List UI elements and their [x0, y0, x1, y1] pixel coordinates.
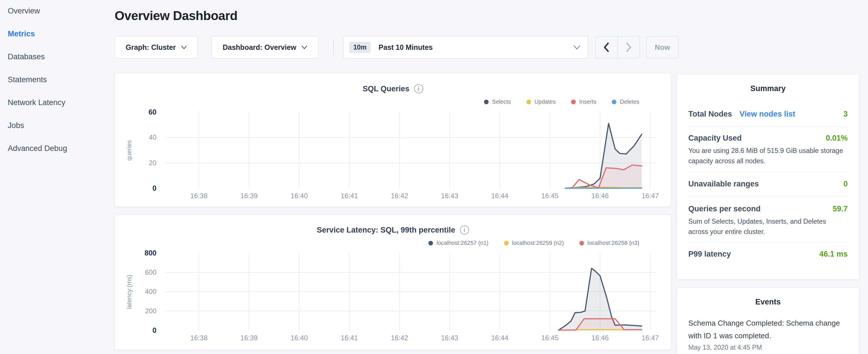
x-tick-label: 16:40 — [282, 334, 316, 342]
x-tick-label: 16:45 — [533, 334, 567, 342]
y-tick-label: 40 — [131, 133, 156, 141]
sql-queries-chart-card: SQL Queries i Selects Updates Inserts De… — [115, 73, 671, 207]
sidebar-item-overview[interactable]: Overview — [8, 6, 111, 16]
x-tick-label: 16:47 — [633, 334, 668, 342]
sql-queries-chart-title: SQL Queries — [363, 85, 409, 93]
sidebar-item-statements[interactable]: Statements — [8, 75, 111, 85]
time-forward-button[interactable] — [618, 36, 640, 58]
summary-label: Queries per second — [688, 204, 761, 213]
summary-label: Total Nodes — [688, 110, 732, 119]
legend-dot — [612, 100, 616, 104]
cockroachdb-admin-ui: { "sidebar": { "items": [ { "label": "Ov… — [0, 0, 868, 354]
event-list-item[interactable]: Schema Change Completed: Schema change w… — [688, 317, 848, 351]
x-tick-label: 16:39 — [232, 334, 266, 342]
y-tick-label: 200 — [131, 307, 156, 315]
time-range-badge: 10m — [349, 42, 371, 53]
x-tick-label: 16:41 — [332, 192, 367, 200]
summary-panel: Summary Total Nodes View nodes list 3 Ca… — [677, 74, 859, 280]
x-tick-label: 16:44 — [483, 192, 517, 200]
y-axis-title: queries — [125, 119, 133, 182]
time-range-label: Past 10 Minutes — [378, 43, 433, 52]
y-tick-label: 600 — [131, 268, 156, 277]
graph-scope-dropdown[interactable]: Graph: Cluster — [115, 36, 198, 58]
x-tick-label: 16:43 — [432, 192, 467, 200]
x-tick-label: 16:38 — [182, 334, 216, 342]
chart-title-row: SQL Queries i — [115, 84, 671, 93]
chart-title-row: Service Latency: SQL, 99th percentile i — [115, 225, 671, 234]
legend-item-updates[interactable]: Updates — [526, 99, 556, 105]
y-tick-label: 0 — [131, 184, 156, 192]
summary-description: Sum of Selects, Updates, Inserts, and De… — [688, 216, 848, 237]
legend-dot — [484, 100, 489, 104]
event-message: Schema Change Completed: Schema change w… — [688, 317, 844, 342]
summary-value: 0.01% — [826, 134, 848, 142]
x-tick-label: 16:42 — [382, 334, 417, 342]
legend-item-selects[interactable]: Selects — [484, 99, 511, 105]
legend-dot — [504, 241, 509, 246]
chevron-down-icon — [181, 45, 187, 49]
now-button[interactable]: Now — [646, 36, 679, 58]
service-latency-chart-plot — [161, 250, 659, 332]
summary-title: Summary — [688, 84, 848, 93]
chevron-down-icon — [574, 45, 580, 50]
y-axis-title: latency (ms) — [125, 260, 133, 323]
service-latency-legend: localhost:26257 (n1) localhost:26259 (n2… — [428, 240, 639, 246]
events-title: Events — [688, 297, 848, 307]
x-tick-label: 16:40 — [282, 192, 316, 200]
x-tick-label: 16:43 — [432, 334, 467, 342]
legend-item-inserts[interactable]: Inserts — [571, 99, 596, 105]
legend-dot — [428, 241, 433, 246]
dashboard-dropdown[interactable]: Dashboard: Overview — [212, 36, 318, 58]
y-tick-label: 0 — [131, 326, 156, 334]
legend-item-n3[interactable]: localhost:26258 (n3) — [580, 240, 639, 246]
sidebar: Overview Metrics Databases Statements Ne… — [8, 6, 111, 166]
legend-item-n1[interactable]: localhost:26257 (n1) — [428, 240, 488, 246]
service-latency-chart-title: Service Latency: SQL, 99th percentile — [317, 226, 455, 234]
toolbar-divider — [333, 39, 334, 56]
legend-dot — [571, 100, 576, 104]
time-range-dropdown[interactable]: 10m Past 10 Minutes — [343, 36, 588, 58]
toolbar: Graph: Cluster Dashboard: Overview 10m P… — [0, 36, 868, 58]
summary-label: Capacity Used — [688, 134, 742, 142]
chevron-left-icon — [603, 42, 610, 52]
x-tick-label: 16:42 — [382, 192, 417, 200]
x-tick-label: 16:47 — [633, 192, 668, 200]
sidebar-item-jobs[interactable]: Jobs — [8, 121, 111, 130]
x-tick-label: 16:38 — [182, 192, 216, 200]
summary-value: 46.1 ms — [819, 250, 848, 259]
time-back-button[interactable] — [595, 36, 618, 58]
summary-row-total-nodes: Total Nodes View nodes list 3 — [688, 110, 848, 127]
x-tick-label: 16:41 — [332, 334, 367, 342]
summary-row-capacity-used: Capacity Used 0.01% You are using 28.6 M… — [688, 127, 848, 172]
summary-value: 3 — [843, 110, 848, 119]
summary-row-queries-per-second: Queries per second 59.7 Sum of Selects, … — [688, 196, 848, 242]
sidebar-item-advanced-debug[interactable]: Advanced Debug — [8, 143, 111, 153]
summary-description: You are using 28.6 MiB of 515.9 GiB usab… — [688, 146, 848, 166]
time-step-buttons — [595, 36, 640, 58]
summary-label: P99 latency — [688, 250, 731, 259]
summary-value: 0 — [843, 180, 848, 189]
dashboard-dropdown-label: Dashboard: Overview — [223, 43, 296, 52]
page-title: Overview Dashboard — [115, 9, 238, 23]
summary-row-p99-latency: P99 latency 46.1 ms — [688, 242, 848, 259]
view-nodes-list-link[interactable]: View nodes list — [740, 110, 796, 119]
y-tick-label: 60 — [131, 108, 156, 116]
sidebar-item-network-latency[interactable]: Network Latency — [8, 98, 111, 107]
events-panel: Events Schema Change Completed: Schema c… — [677, 288, 859, 354]
legend-dot — [580, 241, 584, 246]
summary-value: 59.7 — [833, 204, 848, 213]
sql-queries-legend: Selects Updates Inserts Deletes — [484, 99, 639, 105]
event-timestamp: May 13, 2020 at 4:45 PM — [688, 344, 848, 351]
info-icon[interactable]: i — [460, 225, 469, 234]
service-latency-chart-card: Service Latency: SQL, 99th percentile i … — [115, 215, 671, 350]
graph-scope-dropdown-label: Graph: Cluster — [125, 43, 176, 52]
y-tick-label: 20 — [131, 159, 156, 167]
chevron-down-icon — [302, 45, 307, 49]
legend-item-deletes[interactable]: Deletes — [612, 99, 639, 105]
chevron-right-icon — [626, 42, 632, 52]
summary-row-unavailable-ranges: Unavailable ranges 0 — [688, 172, 848, 196]
x-tick-label: 16:46 — [583, 334, 617, 342]
info-icon[interactable]: i — [414, 84, 423, 93]
legend-item-n2[interactable]: localhost:26259 (n2) — [504, 240, 564, 246]
x-tick-label: 16:46 — [583, 192, 617, 200]
